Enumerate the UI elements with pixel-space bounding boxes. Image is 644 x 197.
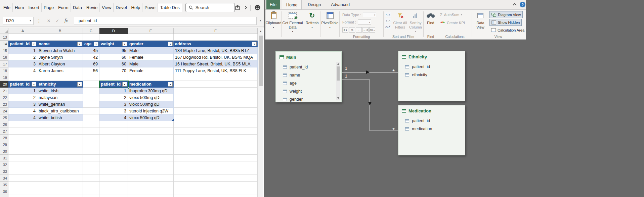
row-header[interactable]: 32	[0, 161, 8, 168]
filter-button[interactable]: ▼	[77, 82, 82, 87]
excel-tab-page-layout[interactable]: Page	[42, 3, 56, 12]
row-header[interactable]: 24	[0, 108, 8, 114]
cell[interactable]: 60	[99, 61, 128, 67]
row-header[interactable]: 34	[0, 175, 8, 182]
scrollbar-thumb[interactable]	[337, 66, 340, 81]
clear-sort-icon[interactable]: AZ✗	[385, 24, 391, 29]
cell[interactable]: white_irish	[37, 88, 83, 94]
filter-button[interactable]: ▼	[32, 82, 36, 87]
format-control[interactable]: Format : ▾	[342, 19, 371, 24]
header-cell[interactable]: age▼	[83, 41, 99, 47]
cell[interactable]: white_british	[37, 114, 83, 121]
header-cell[interactable]: patient_id▼	[8, 41, 37, 47]
cell[interactable]: 2	[8, 54, 37, 61]
cell[interactable]: Steven John Walsh	[37, 47, 83, 54]
cell[interactable]: vioxx 500mg qD	[128, 114, 174, 121]
row-header[interactable]: 15	[0, 47, 8, 54]
cell[interactable]: 1	[8, 88, 37, 94]
row-header[interactable]: 28	[0, 135, 8, 141]
cell[interactable]: Jayne Smyth	[37, 54, 83, 61]
row-header[interactable]: 35	[0, 182, 8, 188]
row-header[interactable]: 31	[0, 155, 8, 161]
cell[interactable]: 3	[99, 101, 128, 108]
header-cell[interactable]: name▼	[37, 41, 83, 47]
create-kpi-button[interactable]: Create KPI	[440, 21, 465, 25]
cell[interactable]: 4	[8, 67, 37, 74]
feedback-smiley-icon[interactable]	[254, 4, 261, 11]
filter-button[interactable]: ▼	[122, 82, 127, 87]
row-header[interactable]: 25	[0, 114, 8, 121]
cell[interactable]: 42	[83, 54, 99, 61]
cell[interactable]: 4	[99, 114, 128, 121]
cell[interactable]: 3	[8, 101, 37, 108]
cell[interactable]: 2	[8, 94, 37, 101]
row-header[interactable]: 27	[0, 128, 8, 135]
pp-tab-advanced[interactable]: Advanced	[327, 0, 354, 9]
row-header[interactable]: 13	[0, 34, 8, 41]
clear-all-filters-button[interactable]: Clear All Filters	[392, 11, 408, 29]
entity-scrollbar[interactable]	[336, 62, 340, 100]
autosum-button[interactable]: Σ AutoSum ▾	[440, 13, 462, 17]
cell[interactable]: 3	[8, 61, 37, 67]
get-external-data-button[interactable]: Get External Data ▾	[282, 11, 303, 34]
format-dropdown[interactable]: ▾	[358, 19, 371, 24]
formula-input[interactable]: patient_id	[74, 17, 257, 25]
row-header[interactable]: 26	[0, 121, 8, 128]
name-box[interactable]: D20 ▼	[3, 17, 34, 25]
increase-decimal-button[interactable]: .00→	[369, 27, 375, 33]
field-row[interactable]: weight	[276, 87, 341, 95]
relationship-line[interactable]	[342, 72, 398, 72]
scroll-up-icon[interactable]: ▲	[258, 28, 263, 34]
chevron-right-icon[interactable]	[244, 6, 247, 9]
cell[interactable]: vioxx 500mg qD	[128, 101, 174, 108]
excel-tab-review[interactable]: Revie	[84, 3, 100, 12]
excel-tab-table-design[interactable]: Table Des	[158, 3, 182, 12]
cell[interactable]: black_afro_caribbean	[37, 108, 83, 114]
diagram-view-button[interactable]: Diagram View	[489, 11, 523, 18]
row-header-20-selected[interactable]: 20	[0, 81, 8, 88]
field-row[interactable]: name	[276, 71, 341, 79]
cell[interactable]: 45	[83, 47, 99, 54]
excel-tab-powerpivot[interactable]: Powe	[142, 3, 158, 12]
fil​ter-button[interactable]: ▼	[122, 42, 127, 46]
header-cell[interactable]: gender▼	[128, 41, 174, 47]
entity-main[interactable]: Main patient_id name age weight gender	[275, 51, 342, 102]
cell[interactable]: Male	[128, 47, 174, 54]
row-header[interactable]: 21	[0, 88, 8, 94]
field-row[interactable]: patient_id	[398, 117, 465, 125]
row-header[interactable]: 16	[0, 54, 8, 61]
column-header-b[interactable]: B	[37, 28, 83, 34]
filter-button[interactable]: ▼	[168, 82, 173, 87]
calculation-area-button[interactable]: Calculation Area	[489, 27, 526, 34]
entity-title[interactable]: Ethnicity	[398, 51, 465, 60]
cell[interactable]: 4	[8, 108, 37, 114]
percent-button[interactable]: %	[349, 27, 355, 33]
sort-ascending-icon[interactable]: A↓Z	[385, 12, 391, 17]
data-type-control[interactable]: Data Type : ▾	[342, 12, 376, 17]
header-cell[interactable]: address▼	[174, 41, 258, 47]
cell[interactable]: 1	[99, 88, 128, 94]
row-header[interactable]: 33	[0, 168, 8, 175]
filter-button[interactable]: ▼	[168, 42, 173, 46]
column-header-a[interactable]: A	[8, 28, 37, 34]
cell[interactable]: Karen James	[37, 67, 83, 74]
select-all-corner[interactable]	[0, 28, 8, 34]
field-row[interactable]: gender	[276, 95, 341, 102]
pp-tab-file[interactable]: File	[266, 0, 280, 9]
relationship-line[interactable]	[370, 80, 370, 131]
field-row[interactable]: ethnicity	[398, 71, 465, 79]
cell[interactable]: 16 Heather Street, Bristol, UK, BS5 MLA	[174, 61, 258, 67]
cell[interactable]: Albert Clayton	[37, 61, 83, 67]
sort-by-column-button[interactable]: Sort by Column ▾	[409, 11, 423, 34]
row-header[interactable]: 23	[0, 101, 8, 108]
sort-descending-icon[interactable]: Z↓A	[385, 18, 391, 23]
insert-function-button[interactable]: fx	[62, 18, 71, 23]
scrollbar-thumb[interactable]	[259, 36, 263, 86]
cell[interactable]: 70	[99, 67, 128, 74]
entity-title[interactable]: Medication	[398, 105, 465, 114]
header-cell[interactable]: medication▼	[128, 81, 174, 88]
filter-button[interactable]: ▼	[252, 42, 257, 46]
pp-tab-home[interactable]: Home	[282, 0, 302, 9]
cell[interactable]: white_german	[37, 101, 83, 108]
entity-title[interactable]: Main	[276, 52, 341, 61]
